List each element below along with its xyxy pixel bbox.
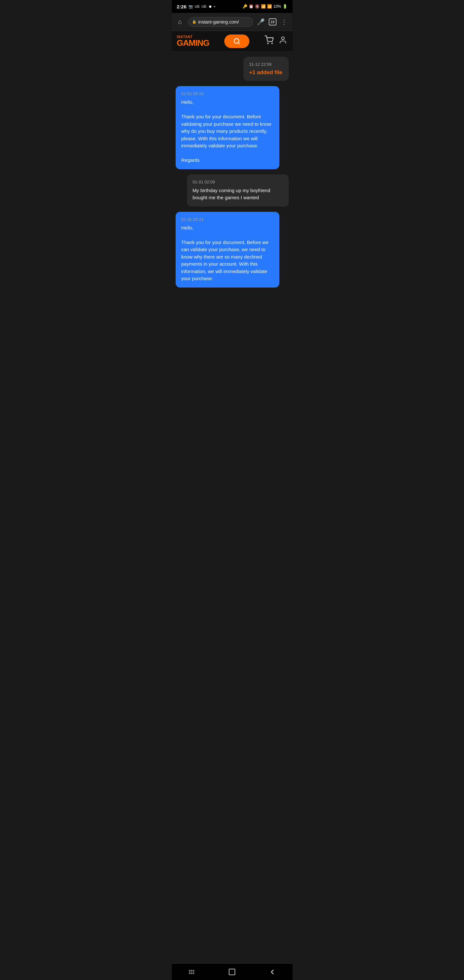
- cart-button[interactable]: [265, 35, 273, 47]
- tab-count-badge[interactable]: 19: [269, 18, 276, 25]
- svg-point-4: [281, 37, 284, 40]
- status-left: 2:26 📷 UE UE ⏺ •: [177, 4, 215, 10]
- logo-container: INSTANT GAMING: [177, 35, 210, 47]
- bubble-blue-2: 01-01 02:11 Hello,Thank you for your doc…: [176, 212, 280, 288]
- status-bar: 2:26 📷 UE UE ⏺ • 🔑 ⏰ 🔇 📶 📶 10% 🔋: [172, 0, 292, 13]
- msg-body-4: Hello,Thank you for your document. Befor…: [181, 224, 274, 282]
- microphone-button[interactable]: 🎤: [256, 18, 265, 26]
- msg-time-3: 01-01 02:09: [193, 180, 283, 185]
- message-1: 31-12 22:59 +1 added file: [176, 57, 289, 81]
- record-icon: ⏺: [208, 5, 212, 8]
- bubble-dark-1: 31-12 22:59 +1 added file: [243, 57, 288, 81]
- user-button[interactable]: [279, 36, 287, 46]
- url-bar[interactable]: 🔒 instant-gaming.com/: [188, 17, 253, 27]
- message-3: 01-01 02:09 My birthday coming up my boy…: [176, 174, 289, 207]
- search-button[interactable]: [224, 35, 249, 48]
- svg-point-3: [272, 43, 273, 43]
- svg-point-2: [268, 43, 269, 43]
- message-2: 01-01 00:10 Hello,Thank you for your doc…: [176, 86, 289, 169]
- svg-rect-14: [229, 969, 235, 975]
- wifi-icon: 📶: [261, 4, 266, 9]
- msg-body-3: My birthday coming up my boyfriend bough…: [193, 187, 283, 202]
- msg-body-2: Hello,Thank you for your document. Befor…: [181, 99, 274, 164]
- site-header: INSTANT GAMING: [172, 31, 292, 52]
- dot-icon: •: [214, 5, 215, 8]
- bottom-home-button[interactable]: [224, 966, 240, 978]
- ue-icon-1: UE: [195, 5, 200, 8]
- bottom-back-button[interactable]: [264, 966, 280, 978]
- svg-line-1: [238, 43, 240, 44]
- url-text: instant-gaming.com/: [199, 19, 239, 24]
- added-file-text: +1 added file: [249, 69, 283, 76]
- bottom-menu-button[interactable]: [184, 966, 200, 978]
- bottom-spacer: [172, 293, 292, 312]
- status-time: 2:26: [177, 4, 187, 10]
- camera-icon: 📷: [189, 5, 193, 9]
- status-right: 🔑 ⏰ 🔇 📶 📶 10% 🔋: [243, 4, 287, 9]
- mute-icon: 🔇: [255, 4, 260, 9]
- signal-icon: 📶: [267, 4, 272, 9]
- msg-time-1: 31-12 22:59: [249, 62, 283, 67]
- lock-icon: 🔒: [192, 20, 197, 24]
- msg-time-4: 01-01 02:11: [181, 217, 274, 222]
- bubble-dark-2: 01-01 02:09 My birthday coming up my boy…: [187, 174, 289, 207]
- browser-actions: 🎤 19 ⋮: [256, 18, 289, 26]
- browser-home-button[interactable]: ⌂: [176, 18, 184, 26]
- logo-gaming: GAMING: [177, 39, 210, 47]
- chat-container: 31-12 22:59 +1 added file 01-01 00:10 He…: [172, 52, 292, 293]
- header-icons: [265, 35, 287, 47]
- msg-time-2: 01-01 00:10: [181, 91, 274, 96]
- battery-icon: 🔋: [283, 4, 288, 9]
- bubble-blue-1: 01-01 00:10 Hello,Thank you for your doc…: [176, 86, 280, 169]
- key-icon: 🔑: [243, 4, 248, 9]
- battery-text: 10%: [273, 4, 281, 9]
- bottom-nav: [172, 963, 292, 980]
- more-options-button[interactable]: ⋮: [280, 18, 289, 26]
- ue-icon-2: UE: [202, 5, 207, 8]
- alarm-icon: ⏰: [249, 4, 254, 9]
- message-4: 01-01 02:11 Hello,Thank you for your doc…: [176, 212, 289, 288]
- browser-bar: ⌂ 🔒 instant-gaming.com/ 🎤 19 ⋮: [172, 13, 292, 31]
